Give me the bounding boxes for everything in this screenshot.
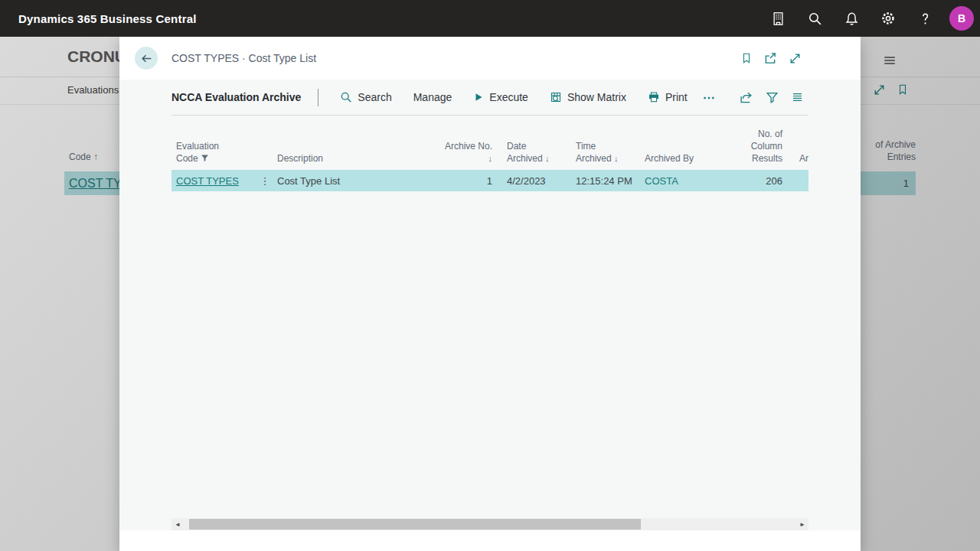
sort-desc-icon: ↓ bbox=[439, 152, 492, 165]
printer-icon bbox=[648, 91, 660, 103]
share-icon[interactable] bbox=[739, 91, 753, 104]
execute-action[interactable]: Execute bbox=[473, 91, 528, 103]
filter-icon[interactable] bbox=[766, 91, 779, 104]
results-cell[interactable]: 206 bbox=[727, 175, 788, 187]
environment-icon[interactable] bbox=[760, 0, 796, 37]
row-menu-button[interactable]: ⋮ bbox=[257, 175, 273, 187]
description-cell[interactable]: Cost Type List bbox=[273, 175, 439, 187]
scroll-left-arrow[interactable]: ◄ bbox=[172, 518, 184, 530]
topbar-icons: B bbox=[760, 0, 980, 37]
table-row[interactable]: COST TYPES ⋮ Cost Type List 1 4/2/2023 1… bbox=[172, 170, 808, 191]
account-avatar[interactable]: B bbox=[943, 0, 980, 37]
time-archived-cell[interactable]: 12:15:24 PM bbox=[567, 175, 635, 187]
open-in-new-window-icon[interactable] bbox=[763, 51, 777, 65]
bookmark-icon[interactable] bbox=[741, 51, 752, 65]
archived-by-link[interactable]: COSTA bbox=[645, 175, 678, 187]
scrollbar-thumb[interactable] bbox=[189, 519, 641, 530]
evaluation-code-cell: COST TYPES bbox=[172, 175, 257, 187]
cost-type-list-dialog: COST TYPES · Cost Type List NCCA Evaluat… bbox=[119, 37, 861, 551]
toolbar-divider bbox=[318, 89, 318, 106]
column-header-description[interactable]: Description bbox=[273, 152, 439, 165]
column-header-clipped: Ar bbox=[788, 152, 808, 165]
show-matrix-action[interactable]: Show Matrix bbox=[550, 91, 626, 103]
matrix-icon bbox=[550, 91, 562, 103]
back-button[interactable] bbox=[135, 47, 158, 70]
settings-gear-icon[interactable] bbox=[870, 0, 906, 37]
column-header-archive-no[interactable]: Archive No. ↓ bbox=[439, 140, 498, 165]
part-toolbar: NCCA Evaluation Archive Search Manage bbox=[172, 80, 808, 116]
dialog-footer bbox=[119, 530, 861, 551]
list-view-icon[interactable] bbox=[791, 91, 804, 103]
more-options-button[interactable]: ⋯ bbox=[703, 90, 717, 105]
table-header-row: Evaluation Code Description Archive No. … bbox=[172, 116, 808, 170]
scroll-right-arrow[interactable]: ► bbox=[796, 518, 808, 530]
archived-by-cell: COSTA bbox=[635, 175, 727, 187]
toolbar-right-icons bbox=[739, 91, 808, 104]
app-title: Dynamics 365 Business Central bbox=[18, 12, 197, 25]
expand-icon[interactable] bbox=[789, 52, 802, 65]
column-header-date-archived[interactable]: Date Archived ↓ bbox=[498, 140, 567, 165]
top-bar: Dynamics 365 Business Central bbox=[0, 0, 980, 37]
help-icon[interactable] bbox=[906, 0, 943, 37]
search-icon[interactable] bbox=[796, 0, 833, 37]
column-header-evaluation-code[interactable]: Evaluation Code bbox=[172, 140, 257, 165]
part-caption: NCCA Evaluation Archive bbox=[172, 91, 301, 103]
dialog-title: COST TYPES · Cost Type List bbox=[172, 52, 316, 64]
search-icon bbox=[340, 91, 352, 103]
archive-no-cell[interactable]: 1 bbox=[439, 175, 498, 187]
column-header-no-of-column-results[interactable]: No. of Column Results bbox=[727, 128, 788, 165]
filter-applied-icon bbox=[201, 154, 209, 162]
sort-desc-icon: ↓ bbox=[614, 154, 619, 163]
print-action[interactable]: Print bbox=[648, 91, 688, 103]
notifications-icon[interactable] bbox=[833, 0, 870, 37]
search-action[interactable]: Search bbox=[340, 91, 391, 103]
play-icon bbox=[473, 92, 484, 103]
date-archived-cell[interactable]: 4/2/2023 bbox=[498, 175, 567, 187]
dialog-header-icons bbox=[741, 51, 861, 65]
column-header-archived-by[interactable]: Archived By bbox=[635, 152, 727, 165]
evaluation-code-link[interactable]: COST TYPES bbox=[176, 175, 239, 187]
horizontal-scrollbar[interactable]: ◄ ► bbox=[172, 518, 808, 530]
column-header-time-archived[interactable]: Time Archived ↓ bbox=[567, 140, 635, 165]
dialog-header: COST TYPES · Cost Type List bbox=[119, 37, 861, 80]
dialog-body: NCCA Evaluation Archive Search Manage bbox=[119, 80, 861, 530]
sort-desc-icon: ↓ bbox=[545, 154, 550, 163]
manage-action[interactable]: Manage bbox=[413, 91, 452, 103]
